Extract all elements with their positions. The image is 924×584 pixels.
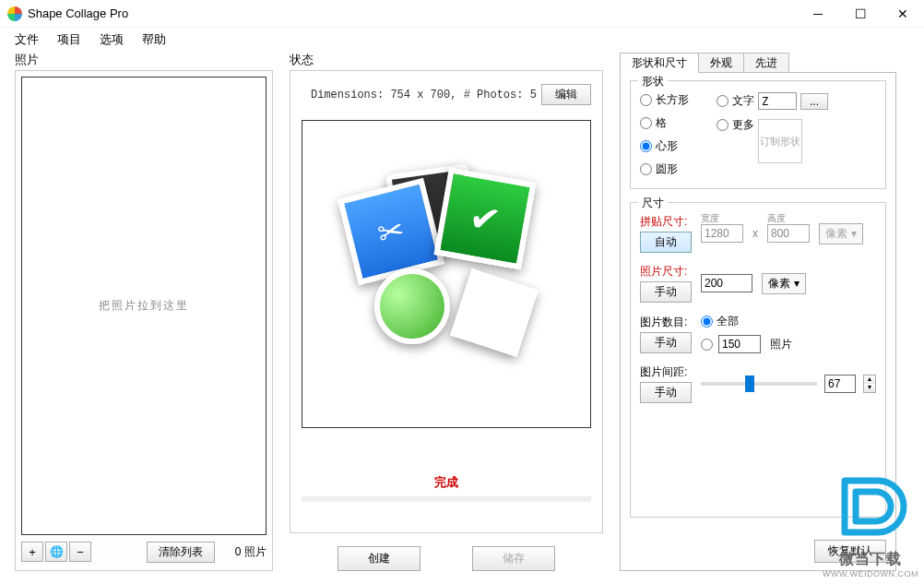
size-group-title: 尺寸: [638, 196, 668, 211]
shape-text-browse-button[interactable]: ...: [800, 93, 828, 110]
radio-text[interactable]: 文字: [717, 93, 754, 109]
radio-count-all[interactable]: 全部: [701, 314, 792, 329]
photos-label: 照片: [15, 52, 273, 68]
clear-list-button[interactable]: 清除列表: [147, 542, 215, 563]
create-button[interactable]: 创建: [338, 546, 421, 571]
radio-rectangle[interactable]: 长方形: [640, 92, 689, 108]
save-button[interactable]: 储存: [472, 546, 555, 571]
dimensions-text: Dimensions: 754 x 700, # Photos: 5: [302, 89, 541, 101]
collage-size-mode-button[interactable]: 自动: [640, 232, 692, 253]
web-photo-button[interactable]: 🌐: [45, 542, 67, 562]
chevron-down-icon: ▾: [794, 277, 800, 290]
collage-size-label: 拼贴尺寸:: [640, 214, 692, 230]
watermark: 微当下载 WWW.WEIDOWN.COM: [823, 468, 918, 578]
status-panel: Dimensions: 754 x 700, # Photos: 5 编辑 ✂ …: [290, 70, 603, 533]
tab-advanced[interactable]: 先进: [743, 53, 789, 73]
globe-icon: 🌐: [50, 545, 64, 558]
progress-bar: [302, 496, 591, 502]
radio-heart[interactable]: 心形: [640, 138, 689, 154]
remove-photo-button[interactable]: −: [69, 542, 91, 562]
watermark-name: 微当下载: [823, 550, 918, 569]
photo-count-input[interactable]: [718, 335, 761, 353]
close-button[interactable]: ✕: [882, 0, 924, 28]
menu-file[interactable]: 文件: [7, 30, 46, 50]
photo-drop-area[interactable]: 把照片拉到这里: [21, 77, 267, 535]
app-icon: [7, 6, 22, 21]
drop-placeholder: 把照片拉到这里: [99, 298, 189, 314]
spacing-mode-button[interactable]: 手动: [640, 382, 692, 403]
watermark-logo-icon: [832, 468, 909, 545]
minimize-button[interactable]: ─: [797, 0, 839, 28]
collage-height-input[interactable]: [767, 224, 810, 243]
spacing-spinner[interactable]: ▲▼: [863, 375, 876, 393]
chevron-down-icon: ▾: [851, 227, 857, 240]
spacing-label: 图片间距:: [640, 364, 692, 380]
radio-count-manual[interactable]: 照片: [701, 335, 792, 353]
menu-help[interactable]: 帮助: [135, 30, 173, 50]
collage-unit-select[interactable]: 像素▾: [819, 223, 863, 244]
right-tabs: 形状和尺寸 外观 先进: [620, 52, 896, 72]
preview-area: ✂ ✔: [302, 120, 591, 428]
menubar: 文件 项目 选项 帮助: [0, 28, 924, 52]
tab-shape-size[interactable]: 形状和尺寸: [620, 53, 699, 73]
watermark-url: WWW.WEIDOWN.COM: [823, 569, 918, 578]
check-gear-icon: ✔: [466, 195, 503, 242]
radio-grid[interactable]: 格: [640, 115, 689, 131]
photos-panel: 把照片拉到这里 + 🌐 − 清除列表 0 照片: [15, 70, 273, 571]
tab-appearance[interactable]: 外观: [698, 53, 744, 73]
spacing-value-input[interactable]: [824, 375, 856, 393]
add-photo-button[interactable]: +: [21, 542, 43, 562]
maximize-button[interactable]: ☐: [839, 0, 882, 28]
radio-more[interactable]: 更多: [717, 117, 754, 133]
slider-thumb[interactable]: [745, 375, 754, 392]
photo-count-mode-button[interactable]: 手动: [640, 332, 692, 353]
photo-count: 0 照片: [235, 544, 267, 560]
photo-size-input[interactable]: [701, 274, 752, 292]
photo-size-mode-button[interactable]: 手动: [640, 281, 692, 303]
menu-project[interactable]: 项目: [50, 30, 89, 50]
spin-up-icon: ▲: [864, 375, 875, 384]
shape-group: 形状 长方形 格 心形 圆形 文字 ...: [630, 80, 886, 189]
photo-size-label: 照片尺寸:: [640, 264, 692, 280]
status-label: 状态: [290, 52, 603, 68]
photo-unit-select[interactable]: 像素▾: [762, 273, 806, 294]
status-text: 完成: [300, 474, 593, 491]
window-title: Shape Collage Pro: [28, 6, 797, 20]
collage-width-input[interactable]: [701, 224, 743, 243]
spin-down-icon: ▼: [864, 384, 875, 392]
spacing-slider[interactable]: [701, 382, 817, 386]
scissors-icon: ✂: [374, 210, 409, 253]
photo-count-label: 图片数目:: [640, 315, 692, 330]
menu-options[interactable]: 选项: [92, 30, 131, 50]
radio-circle[interactable]: 圆形: [640, 161, 689, 177]
custom-shape-preview[interactable]: 订制形状: [758, 119, 802, 163]
shape-group-title: 形状: [638, 74, 668, 89]
shape-text-input[interactable]: [758, 92, 797, 110]
titlebar: Shape Collage Pro ─ ☐ ✕: [0, 0, 924, 28]
edit-button[interactable]: 编辑: [541, 84, 591, 105]
